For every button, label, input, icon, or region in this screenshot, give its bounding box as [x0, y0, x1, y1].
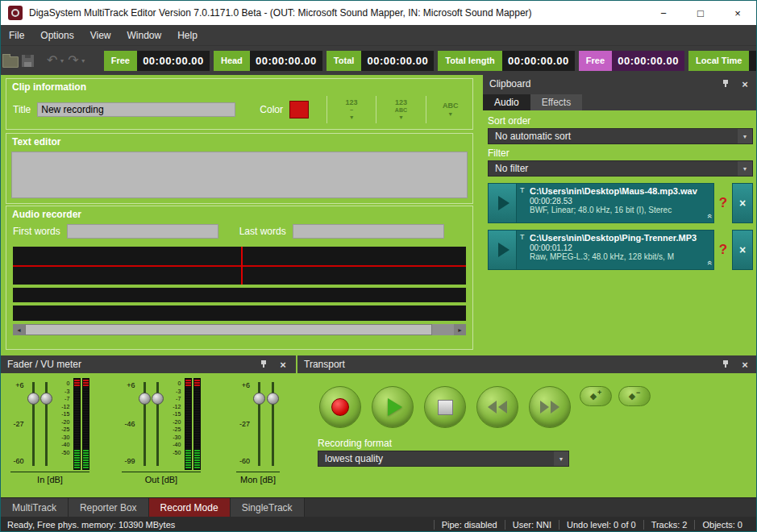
menu-item-view[interactable]: View — [82, 25, 119, 45]
filter-select[interactable]: No filter ▼ — [488, 160, 753, 177]
pin-button[interactable] — [257, 358, 270, 371]
marker-remove-button[interactable]: ◆ − — [618, 386, 651, 406]
collapse-icon[interactable]: « — [705, 214, 713, 218]
entry-format: Raw, MPEG-L.3; 48.0 kHz, 128 kbit/s, M — [530, 252, 705, 261]
fader-slider[interactable] — [138, 378, 152, 470]
minimize-button[interactable]: − — [645, 1, 682, 25]
tool-separator — [426, 96, 426, 123]
entry-duration: 00:00:28.53 — [530, 197, 705, 206]
numbering-wave-tool-button[interactable]: 123 ~ ▼ — [336, 99, 367, 121]
text-editor-area[interactable] — [11, 152, 468, 198]
scale-label: +6 — [127, 381, 135, 389]
save-button[interactable] — [22, 49, 34, 72]
tab-audio[interactable]: Audio — [483, 94, 530, 110]
fader-knob[interactable] — [152, 393, 164, 405]
clipboard-entry[interactable]: T C:\Users\nin\Desktop\Ping-Trenner.MP3 … — [488, 230, 753, 270]
menu-item-help[interactable]: Help — [169, 25, 206, 45]
close-button[interactable]: × — [719, 1, 756, 25]
open-button[interactable] — [2, 49, 19, 72]
fader-slider[interactable] — [252, 378, 266, 470]
fader-knob[interactable] — [27, 393, 40, 405]
sort-order-value: No automatic sort — [495, 131, 733, 142]
entry-info: T C:\Users\nin\Desktop\Ping-Trenner.MP3 … — [517, 230, 714, 270]
scrollbar-thumb[interactable] — [25, 324, 432, 335]
stop-button[interactable] — [424, 386, 466, 428]
close-button[interactable]: × — [738, 358, 751, 371]
recording-format-select[interactable]: lowest quality ▼ — [318, 451, 569, 467]
counter-free-purple: Free 00:00:00.00 — [579, 51, 684, 71]
vu-meter — [82, 378, 89, 470]
entry-delete-button[interactable]: × — [732, 230, 753, 270]
waveform-display[interactable] — [13, 247, 466, 321]
app-window: DigaSystem MultiTrack Editor Version 7.0… — [0, 0, 757, 532]
entry-delete-button[interactable]: × — [732, 183, 753, 223]
play-button[interactable] — [372, 386, 414, 428]
tab-record-mode[interactable]: Record Mode — [149, 498, 231, 517]
tab-singletrack[interactable]: SingleTrack — [231, 498, 305, 517]
playback-cursor — [241, 247, 243, 285]
fader-slider[interactable] — [40, 378, 53, 470]
waveform-track — [13, 288, 466, 302]
last-words-input[interactable] — [293, 224, 444, 239]
fader-slider[interactable] — [27, 378, 40, 470]
fader-slider[interactable] — [266, 378, 280, 470]
fader-knob[interactable] — [139, 393, 151, 405]
entry-play-button[interactable] — [488, 183, 517, 223]
color-swatch[interactable] — [289, 101, 309, 118]
counter-value: 00:00:00.00 — [612, 51, 684, 71]
transport-panel: Transport × ◆ + ◆ − Recording format low… — [297, 355, 757, 497]
clipboard-entry[interactable]: T C:\Users\nin\Desktop\Maus-48.mp3.wav 0… — [488, 183, 753, 223]
menu-item-window[interactable]: Window — [119, 25, 170, 45]
meter-tick: -50 — [61, 450, 69, 455]
transport-body: ◆ + ◆ − Recording format lowest quality … — [297, 373, 757, 497]
meter-tick: -15 — [61, 411, 69, 417]
counter-value: 00:00:00.00 — [502, 51, 575, 71]
counter-head: Head 00:00:00.00 — [214, 51, 322, 71]
entry-play-button[interactable] — [488, 230, 517, 270]
numbering-abc-tool-button[interactable]: 123 ABC ▼ — [385, 99, 416, 121]
numbers-icon: 123 — [346, 99, 358, 107]
meter-tick: 0 — [66, 380, 69, 386]
meter-tick: -3 — [64, 389, 69, 394]
fast-forward-button[interactable] — [529, 386, 571, 428]
tab-multitrack[interactable]: MultiTrack — [1, 498, 69, 517]
fader-knob[interactable] — [267, 393, 279, 405]
record-button[interactable] — [319, 386, 361, 428]
waveform-track — [13, 247, 466, 265]
tab-effects[interactable]: Effects — [530, 94, 582, 110]
redo-button[interactable]: ↷ ▼ — [68, 49, 85, 72]
counter-value: 00:00:00.00 — [361, 51, 434, 71]
first-words-input[interactable] — [67, 224, 218, 239]
clipboard-body: Sort order No automatic sort ▼ Filter No… — [483, 110, 757, 272]
meter-scale: 0 -3 -7 -12 -15 -20 -25 -30 -40 -50 — [164, 378, 184, 455]
chevron-down-icon: ▼ — [81, 58, 86, 64]
close-button[interactable]: × — [738, 77, 751, 90]
clip-information-panel: Clip information Title Color 123 ~ ▼ 123… — [6, 78, 473, 130]
pin-button[interactable] — [719, 77, 732, 90]
menu-item-options[interactable]: Options — [32, 25, 81, 45]
window-title: DigaSystem MultiTrack Editor Version 7.0… — [29, 7, 532, 19]
clipboard-panel: Clipboard × Audio Effects Sort order No … — [483, 75, 757, 353]
undo-button[interactable]: ↶ ▼ — [47, 49, 64, 72]
maximize-button[interactable]: □ — [682, 1, 719, 25]
menu-item-file[interactable]: File — [1, 25, 32, 45]
marker-add-button[interactable]: ◆ + — [580, 386, 612, 406]
fader-knob[interactable] — [253, 393, 265, 405]
sort-order-select[interactable]: No automatic sort ▼ — [488, 128, 753, 144]
tab-reporter-box[interactable]: Reporter Box — [69, 498, 149, 517]
pin-button[interactable] — [719, 358, 732, 371]
rewind-button[interactable] — [476, 386, 518, 428]
waveform-scrollbar[interactable]: ◄ ► — [13, 324, 466, 335]
scroll-left-button[interactable]: ◄ — [13, 324, 25, 335]
close-button[interactable]: × — [277, 358, 289, 371]
collapse-icon[interactable]: « — [705, 260, 713, 265]
record-icon — [331, 398, 349, 416]
fader-group-caption: Mon [dB] — [236, 472, 280, 484]
abc-tool-button[interactable]: ABC ▼ — [435, 102, 466, 118]
clip-title-input[interactable] — [37, 102, 235, 117]
fader-slider[interactable] — [151, 378, 164, 470]
fader-knob[interactable] — [40, 393, 52, 405]
scroll-right-button[interactable]: ► — [454, 324, 466, 335]
pin-icon — [721, 79, 730, 89]
waveform-track — [13, 267, 466, 285]
